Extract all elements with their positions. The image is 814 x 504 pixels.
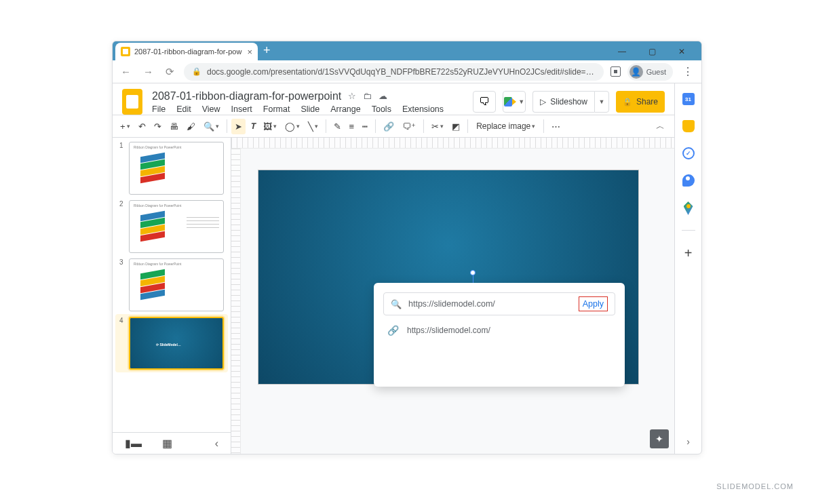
add-addon-button[interactable]: + [684, 246, 693, 261]
apply-link-button[interactable]: Apply [579, 296, 608, 311]
caret-down-icon: ▼ [518, 98, 524, 105]
menu-view[interactable]: View [202, 104, 220, 114]
url-box[interactable]: 🔒 docs.google.com/presentation/d/1SsVVQd… [184, 63, 604, 81]
menu-format[interactable]: Format [263, 104, 290, 114]
mask-button[interactable]: ◩ [448, 119, 463, 134]
menu-slide[interactable]: Slide [301, 104, 319, 114]
share-label: Share [636, 97, 658, 106]
image-tool[interactable]: 🖼▾ [260, 119, 280, 134]
close-tab-icon[interactable]: × [247, 47, 252, 57]
slideshow-label: Slideshow [550, 97, 587, 106]
shape-tool[interactable]: ◯▾ [282, 119, 303, 134]
replace-image-label: Replace image [476, 121, 530, 131]
maps-icon[interactable] [684, 201, 693, 215]
new-tab-button[interactable]: + [258, 43, 276, 60]
ruler-vertical [231, 149, 241, 454]
caret-down-icon: ▼ [599, 98, 605, 105]
reload-icon[interactable]: ⟳ [163, 66, 177, 78]
rotation-handle[interactable] [470, 270, 476, 275]
thumbnail-1[interactable]: 1 Ribbon Diagram for PowerPoint [119, 142, 224, 195]
print-button[interactable]: 🖶 [166, 119, 182, 134]
menu-edit[interactable]: Edit [176, 104, 191, 114]
contacts-icon[interactable] [682, 174, 695, 187]
line-tool[interactable]: ╲▾ [305, 119, 322, 134]
star-icon[interactable]: ☆ [348, 91, 356, 101]
lock-icon: 🔒 [192, 67, 201, 76]
minimize-icon[interactable]: — [613, 47, 631, 56]
collapse-panel-icon[interactable]: ‹ [215, 438, 218, 450]
search-icon: 🔍 [391, 299, 402, 309]
browser-url-row: ← → ⟳ 🔒 docs.google.com/presentation/d/1… [113, 60, 701, 83]
filmstrip-view-icon[interactable]: ▮▬ [125, 437, 142, 450]
link-suggestion[interactable]: 🔗 https://slidemodel.com/ [383, 315, 615, 346]
menu-file[interactable]: File [152, 104, 166, 114]
browser-menu-icon[interactable]: ⋮ [680, 65, 696, 78]
thumb-caption: Ribbon Diagram for PowerPoint [134, 262, 181, 266]
collapse-sidepanel-icon[interactable]: › [686, 436, 690, 447]
comments-button[interactable]: 🗨 [473, 91, 496, 113]
browser-tab[interactable]: 2087-01-ribbon-diagram-for-pow × [115, 43, 258, 60]
explore-button[interactable]: ✦ [650, 429, 669, 448]
link-url-input[interactable] [408, 299, 568, 309]
menu-tools[interactable]: Tools [372, 104, 391, 114]
textbox-tool[interactable]: 𝙏 [247, 118, 258, 134]
close-window-icon[interactable]: ✕ [673, 47, 691, 56]
separator [227, 119, 227, 133]
guest-profile[interactable]: 👤 Guest [627, 63, 673, 81]
grid-view-icon[interactable]: ▦ [162, 437, 172, 450]
paint-format-button[interactable]: 🖌 [183, 119, 199, 134]
install-app-icon[interactable] [610, 66, 621, 77]
zoom-button[interactable]: 🔍▾ [200, 119, 222, 134]
move-icon[interactable]: 🗀 [363, 91, 372, 101]
border-color-button[interactable]: ✎ [330, 119, 345, 134]
thumbnail-number: 4 [119, 317, 125, 370]
link-search-row: 🔍 Apply [383, 292, 615, 315]
border-weight-button[interactable]: ≡ [346, 119, 358, 134]
thumb-caption: Ribbon Diagram for PowerPoint [134, 145, 181, 149]
window-titlebar: 2087-01-ribbon-diagram-for-pow × + — ▢ ✕ [113, 41, 701, 60]
caret-down-icon: ▾ [532, 123, 535, 130]
doc-title[interactable]: 2087-01-ribbon-diagram-for-powerpoint [152, 90, 341, 102]
menu-bar: File Edit View Insert Format Slide Arran… [152, 104, 444, 114]
menu-extensions[interactable]: Extensions [402, 104, 444, 114]
new-slide-button[interactable]: +▾ [117, 119, 134, 134]
nav-back-icon[interactable]: ← [118, 66, 134, 77]
share-button[interactable]: 🔒Share [616, 91, 665, 113]
meet-button[interactable]: ▼ [503, 91, 526, 113]
thumbnail-4[interactable]: 4 ⟳ SlideModel… [115, 314, 228, 372]
slides-logo-icon[interactable] [122, 89, 142, 115]
slideshow-split-button: ▷Slideshow ▼ [532, 91, 609, 113]
canvas-area[interactable]: SlideModel.com [231, 138, 674, 454]
cloud-status-icon[interactable]: ☁ [379, 91, 387, 101]
thumbnail-2[interactable]: 2 Ribbon Diagram for PowerPoint [119, 200, 224, 253]
app-header: 2087-01-ribbon-diagram-for-powerpoint ☆ … [113, 83, 674, 115]
tab-title: 2087-01-ribbon-diagram-for-pow [134, 47, 241, 56]
border-dash-button[interactable]: ┅ [359, 119, 371, 134]
menu-arrange[interactable]: Arrange [330, 104, 360, 114]
more-tools-button[interactable]: ⋯ [548, 119, 564, 134]
maximize-icon[interactable]: ▢ [643, 47, 661, 56]
select-tool[interactable]: ➤ [231, 119, 246, 134]
replace-image-button[interactable]: Replace image ▾ [472, 119, 539, 134]
crop-button[interactable]: ✂▾ [428, 119, 447, 134]
slideshow-button[interactable]: ▷Slideshow [532, 91, 594, 113]
redo-button[interactable]: ↷ [151, 119, 165, 134]
nav-forward-icon[interactable]: → [140, 66, 156, 77]
calendar-icon[interactable] [682, 93, 695, 105]
insert-comment-button[interactable]: 🗨⁺ [399, 119, 419, 134]
keep-icon[interactable] [682, 120, 695, 132]
separator [326, 119, 326, 133]
insert-link-button[interactable]: 🔗 [380, 119, 398, 134]
app-body: 2087-01-ribbon-diagram-for-powerpoint ☆ … [113, 83, 701, 454]
undo-button[interactable]: ↶ [135, 119, 149, 134]
thumbnail-3[interactable]: 3 Ribbon Diagram for PowerPoint [119, 258, 224, 311]
collapse-toolbar-button[interactable]: ︿ [651, 117, 670, 135]
slide-thumbnail-panel[interactable]: 1 Ribbon Diagram for PowerPoint 2 Ribbon… [113, 138, 231, 454]
separator [467, 119, 468, 133]
tasks-icon[interactable] [682, 147, 695, 159]
url-text: docs.google.com/presentation/d/1SsVVQdUq… [207, 67, 596, 77]
thumbnail-number: 3 [119, 258, 125, 311]
slideshow-dropdown[interactable]: ▼ [594, 91, 609, 113]
menu-insert[interactable]: Insert [231, 104, 252, 114]
ruler-horizontal [231, 138, 674, 149]
